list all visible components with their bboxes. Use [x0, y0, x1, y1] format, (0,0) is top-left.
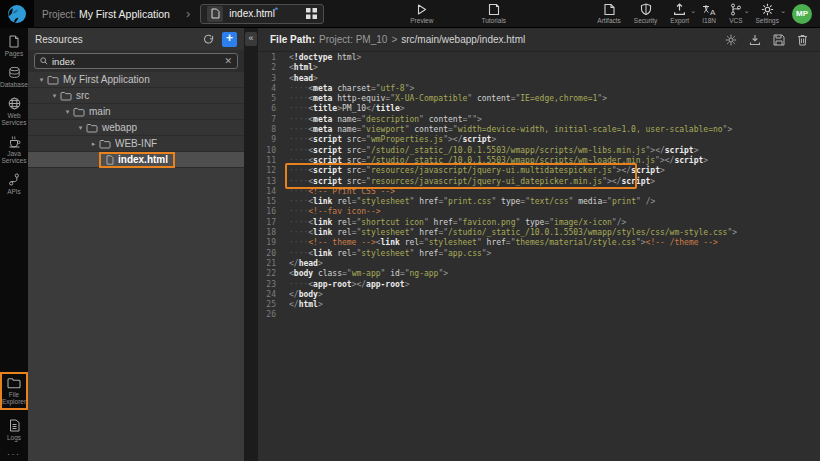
delete-file-icon[interactable]	[797, 34, 808, 46]
resources-title: Resources	[35, 34, 195, 45]
code-content[interactable]: <!doctype html><html><head>····<meta cha…	[282, 52, 820, 461]
line-number: 10	[258, 146, 276, 156]
line-number: 8	[258, 125, 276, 135]
tree-row-webapp[interactable]: ▾webapp	[28, 120, 244, 136]
editor-toolbar	[725, 34, 808, 46]
chevron-down-icon: ⌄	[690, 7, 696, 15]
code-line: ····<meta charset="utf-8">	[289, 84, 820, 94]
security-button[interactable]: Security	[634, 3, 657, 24]
vcs-button[interactable]: ⌄VCS	[729, 3, 742, 24]
file-tree: ▾My First Application▾src▾main▾webapp▸WE…	[28, 72, 244, 168]
code-line: ····<link rel="stylesheet" href="print.c…	[289, 197, 820, 207]
code-line: </head>	[289, 259, 820, 269]
tab-index-html[interactable]: index.html*	[200, 4, 324, 24]
line-number: 25	[258, 300, 276, 310]
code-line: ····<script src="wmProperties.js"></scri…	[289, 135, 820, 145]
line-number: 3	[258, 74, 276, 84]
code-line: <body class="wm-app" id="ng-app">	[289, 269, 820, 279]
code-line	[289, 310, 820, 320]
chevron-right-icon: ›	[186, 7, 190, 20]
export-icon	[673, 3, 686, 16]
collapse-arrow-icon[interactable]: ▾	[75, 124, 86, 132]
sidebar-item-databases[interactable]: Databases	[0, 66, 28, 88]
sidebar-item-java-services[interactable]: Java Services	[0, 135, 28, 164]
grid-icon[interactable]	[306, 8, 317, 19]
sidebar-item-logs-label: Logs	[0, 434, 28, 441]
sidebar-item-logs[interactable]: Logs	[0, 419, 28, 441]
avatar[interactable]: MP	[792, 4, 812, 24]
tree-row-index-html[interactable]: index.html	[28, 152, 244, 168]
file-path-bar: File Path: Project: PM_10 > src/main/web…	[258, 28, 820, 52]
code-editor[interactable]: 1234567891011121314151617181920212223242…	[258, 52, 820, 461]
wavemaker-logo-icon	[7, 4, 27, 24]
chevron-down-icon: ⌄	[744, 7, 750, 15]
tree-row-src[interactable]: ▾src	[28, 88, 244, 104]
sidebar-item-java-services-label: Java Services	[0, 150, 28, 164]
security-button-label: Security	[634, 17, 657, 24]
preview-button[interactable]: Preview	[410, 3, 433, 24]
export-button[interactable]: ⌄Export	[670, 3, 689, 24]
sidebar-item-apis-label: APIs	[0, 188, 28, 195]
sidebar-item-apis[interactable]: APIs	[0, 173, 28, 195]
collapse-panel-icon[interactable]: «	[245, 32, 257, 46]
code-line: ····<link rel="stylesheet" href="/studio…	[289, 228, 820, 238]
collapse-arrow-icon[interactable]: ▾	[62, 108, 73, 116]
folder-icon	[99, 139, 111, 149]
tree-row-main[interactable]: ▾main	[28, 104, 244, 120]
line-number: 23	[258, 280, 276, 290]
line-number: 7	[258, 115, 276, 125]
file-path-value: src/main/webapp/index.html	[401, 34, 525, 45]
download-file-icon[interactable]	[749, 34, 761, 46]
sidebar-item-pages-label: Pages	[0, 50, 28, 57]
i18n-icon: A	[702, 4, 716, 16]
sidebar-item-web-services[interactable]: Web Services	[0, 97, 28, 126]
search-box[interactable]: ✕	[34, 53, 238, 69]
sidebar-overflow-button[interactable]: ...	[7, 450, 21, 457]
project-label: Project:	[42, 9, 76, 20]
app-logo[interactable]	[0, 0, 34, 28]
code-line: ····<link rel="stylesheet" href="app.css…	[289, 249, 820, 259]
top-bar: Project: My First Application › index.ht…	[0, 0, 820, 28]
i18n-button-label: I18N	[702, 17, 716, 24]
sidebar-item-pages[interactable]: Pages	[0, 35, 28, 57]
collapse-arrow-icon[interactable]: ▾	[49, 92, 60, 100]
clear-search-icon[interactable]: ✕	[224, 56, 232, 66]
search-row: ✕	[28, 50, 244, 72]
line-number: 16	[258, 207, 276, 217]
code-line: </html>	[289, 300, 820, 310]
line-number: 11	[258, 156, 276, 166]
line-number: 21	[258, 259, 276, 269]
line-number: 18	[258, 228, 276, 238]
code-line: ····<script src="/studio/_static_/10.0.1…	[289, 156, 820, 166]
tree-row-web-inf[interactable]: ▸WEB-INF	[28, 136, 244, 152]
settings-button[interactable]: ⌄Settings	[756, 3, 780, 24]
expand-arrow-icon[interactable]: ▸	[88, 140, 99, 148]
save-file-icon[interactable]	[773, 34, 785, 46]
project-name[interactable]: My First Application	[79, 8, 170, 20]
resources-empty-area	[28, 168, 244, 461]
settings-gear-icon[interactable]	[725, 34, 737, 46]
code-line: ····<link rel="shortcut icon" href="favi…	[289, 218, 820, 228]
line-number: 15	[258, 197, 276, 207]
file-path-label: File Path:	[270, 34, 315, 45]
code-line: ····<meta name="viewport" content="width…	[289, 125, 820, 135]
folder-icon	[86, 123, 98, 133]
search-input[interactable]	[52, 56, 220, 67]
topbar-right-tools: ArtifactsSecurity⌄ExportAI18N⌄VCS⌄Settin…	[597, 3, 820, 24]
refresh-icon[interactable]	[203, 34, 214, 45]
collapse-arrow-icon[interactable]: ▾	[36, 76, 47, 84]
artifacts-button[interactable]: Artifacts	[597, 3, 620, 24]
file-icon	[106, 155, 114, 165]
add-resource-button[interactable]: +	[222, 32, 237, 47]
modified-indicator: *	[275, 5, 279, 15]
i18n-button[interactable]: AI18N	[702, 4, 716, 24]
resources-panel: Resources + ✕ ▾My First Application▾src▾…	[28, 28, 244, 461]
sidebar-item-file-explorer[interactable]: File Explorer	[0, 372, 28, 410]
code-line: ····<app-root></app-root>	[289, 280, 820, 290]
tutorials-button[interactable]: Tutorials	[481, 3, 506, 24]
wavemaker-studio-window: Project: My First Application › index.ht…	[0, 0, 820, 461]
java-icon	[8, 135, 21, 148]
line-number: 26	[258, 310, 276, 320]
tree-row-my-first-application[interactable]: ▾My First Application	[28, 72, 244, 88]
breadcrumb: Project: My First Application	[42, 8, 170, 20]
